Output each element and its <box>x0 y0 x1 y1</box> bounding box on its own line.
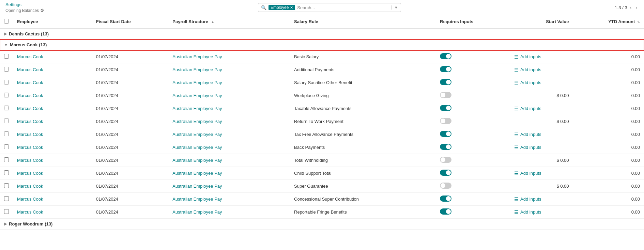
add-inputs-button-1-12[interactable]: ☰Add inputs <box>514 209 541 215</box>
employee-link-1-0[interactable]: Marcus Cook <box>17 54 43 59</box>
header-fiscal-start: Fiscal Start Date <box>92 15 168 28</box>
employee-link-1-12[interactable]: Marcus Cook <box>17 209 43 215</box>
toggle-1-7[interactable] <box>440 144 451 150</box>
fiscal-date-1-10: 01/07/2024 <box>92 180 168 193</box>
fiscal-date-1-1: 01/07/2024 <box>92 63 168 76</box>
toggle-1-11[interactable] <box>440 196 451 202</box>
toggle-1-12[interactable] <box>440 208 451 215</box>
salary-rule-1-4: Taxable Allowance Payments <box>290 102 436 115</box>
requires-inputs-cell-1-1 <box>436 63 510 76</box>
start-value-1-10[interactable]: $ 0.00 <box>510 180 573 193</box>
payroll-link-1-8[interactable]: Australian Employee Pay <box>172 158 222 163</box>
toggle-1-0[interactable] <box>440 53 451 59</box>
select-all-checkbox[interactable] <box>4 19 9 24</box>
settings-link[interactable]: Settings <box>5 2 44 7</box>
toggle-1-9[interactable] <box>440 170 451 176</box>
row-checkbox-1-12[interactable] <box>4 209 9 214</box>
employee-link-1-1[interactable]: Marcus Cook <box>17 67 43 72</box>
salary-rule-1-11: Concessional Super Contribution <box>290 193 436 206</box>
employee-link-1-8[interactable]: Marcus Cook <box>17 158 43 163</box>
header-ytd-amount[interactable]: YTD Amount ⇅ <box>573 15 644 28</box>
group-row-dennis-cactus[interactable]: ▶Dennis Cactus (13) <box>0 28 644 40</box>
row-checkbox-1-4[interactable] <box>4 106 9 110</box>
pagination-next-button[interactable]: › <box>634 4 639 11</box>
employee-link-1-6[interactable]: Marcus Cook <box>17 132 43 137</box>
payroll-link-1-4[interactable]: Australian Employee Pay <box>172 106 222 111</box>
table-row: Marcus Cook01/07/2024Australian Employee… <box>0 180 644 193</box>
row-checkbox-1-0[interactable] <box>4 54 9 59</box>
pagination-prev-button[interactable]: ‹ <box>629 4 633 11</box>
row-checkbox-1-8[interactable] <box>4 157 9 162</box>
payroll-link-1-3[interactable]: Australian Employee Pay <box>172 93 222 98</box>
search-dropdown-arrow[interactable]: ▼ <box>391 5 398 10</box>
toggle-1-10[interactable] <box>440 183 451 189</box>
add-inputs-button-1-0[interactable]: ☰Add inputs <box>514 54 541 60</box>
start-value-1-8[interactable]: $ 0.00 <box>510 154 573 167</box>
add-inputs-label-1-4: Add inputs <box>520 106 541 111</box>
toggle-1-6[interactable] <box>440 131 451 137</box>
employee-link-1-7[interactable]: Marcus Cook <box>17 145 43 150</box>
payroll-link-1-5[interactable]: Australian Employee Pay <box>172 119 222 124</box>
opening-balances-label: Opening Balances <box>5 8 39 13</box>
payroll-link-1-2[interactable]: Australian Employee Pay <box>172 80 222 85</box>
row-checkbox-1-6[interactable] <box>4 131 9 136</box>
add-inputs-button-1-2[interactable]: ☰Add inputs <box>514 80 541 85</box>
expand-arrow-roger-woodrum[interactable]: ▶ <box>4 222 7 226</box>
employee-link-1-5[interactable]: Marcus Cook <box>17 119 43 124</box>
toggle-1-5[interactable] <box>440 118 451 124</box>
row-checkbox-1-5[interactable] <box>4 119 9 123</box>
group-row-roger-woodrum[interactable]: ▶Roger Woodrum (13) <box>0 219 644 230</box>
payroll-link-1-11[interactable]: Australian Employee Pay <box>172 197 222 202</box>
add-inputs-label-1-1: Add inputs <box>520 67 541 72</box>
payroll-link-1-0[interactable]: Australian Employee Pay <box>172 54 222 59</box>
row-checkbox-1-3[interactable] <box>4 93 9 97</box>
employee-link-1-9[interactable]: Marcus Cook <box>17 171 43 176</box>
row-checkbox-1-9[interactable] <box>4 170 9 175</box>
payroll-link-1-1[interactable]: Australian Employee Pay <box>172 67 222 72</box>
table-row: Marcus Cook01/07/2024Australian Employee… <box>0 206 644 219</box>
employee-link-1-3[interactable]: Marcus Cook <box>17 93 43 98</box>
fiscal-date-1-9: 01/07/2024 <box>92 167 168 180</box>
employee-link-1-10[interactable]: Marcus Cook <box>17 184 43 189</box>
payroll-link-1-10[interactable]: Australian Employee Pay <box>172 184 222 189</box>
payroll-link-1-12[interactable]: Australian Employee Pay <box>172 209 222 215</box>
remove-filter-icon[interactable]: ✕ <box>290 5 293 10</box>
fiscal-date-1-11: 01/07/2024 <box>92 193 168 206</box>
add-inputs-button-1-11[interactable]: ☰Add inputs <box>514 197 541 202</box>
toggle-1-8[interactable] <box>440 157 451 163</box>
toggle-1-3[interactable] <box>440 92 451 98</box>
start-value-1-3[interactable]: $ 0.00 <box>510 89 573 102</box>
table-row: Marcus Cook01/07/2024Australian Employee… <box>0 167 644 180</box>
add-inputs-button-1-9[interactable]: ☰Add inputs <box>514 171 541 176</box>
add-inputs-button-1-4[interactable]: ☰Add inputs <box>514 106 541 111</box>
add-inputs-icon-1-7: ☰ <box>514 145 519 150</box>
row-checkbox-1-1[interactable] <box>4 67 9 72</box>
employee-link-1-4[interactable]: Marcus Cook <box>17 106 43 111</box>
table-row: Marcus Cook01/07/2024Australian Employee… <box>0 102 644 115</box>
expand-arrow-dennis-cactus[interactable]: ▶ <box>4 32 7 36</box>
row-checkbox-1-7[interactable] <box>4 144 9 149</box>
toggle-1-4[interactable] <box>440 105 451 111</box>
employee-filter-badge[interactable]: Employee ✕ <box>269 5 295 10</box>
row-checkbox-1-10[interactable] <box>4 183 9 188</box>
ytd-amount-1-6: 0.00 <box>573 128 644 141</box>
toggle-1-2[interactable] <box>440 79 451 85</box>
row-checkbox-1-2[interactable] <box>4 80 9 84</box>
add-inputs-button-1-7[interactable]: ☰Add inputs <box>514 145 541 150</box>
payroll-link-1-7[interactable]: Australian Employee Pay <box>172 145 222 150</box>
add-inputs-button-1-6[interactable]: ☰Add inputs <box>514 132 541 137</box>
payroll-link-1-9[interactable]: Australian Employee Pay <box>172 171 222 176</box>
toggle-1-1[interactable] <box>440 66 451 72</box>
employee-link-1-11[interactable]: Marcus Cook <box>17 197 43 202</box>
payroll-link-1-6[interactable]: Australian Employee Pay <box>172 132 222 137</box>
gear-icon[interactable]: ⚙ <box>40 8 44 13</box>
group-row-marcus-cook[interactable]: ▼Marcus Cook (13) <box>0 40 644 50</box>
add-inputs-button-1-1[interactable]: ☰Add inputs <box>514 67 541 73</box>
start-value-1-5[interactable]: $ 0.00 <box>510 115 573 128</box>
header-payroll-structure[interactable]: Payroll Structure ▲ <box>168 15 290 28</box>
search-input[interactable] <box>297 5 389 10</box>
row-checkbox-1-11[interactable] <box>4 196 9 201</box>
header-employee: Employee <box>13 15 92 28</box>
expand-arrow-marcus-cook[interactable]: ▼ <box>4 43 8 47</box>
employee-link-1-2[interactable]: Marcus Cook <box>17 80 43 85</box>
